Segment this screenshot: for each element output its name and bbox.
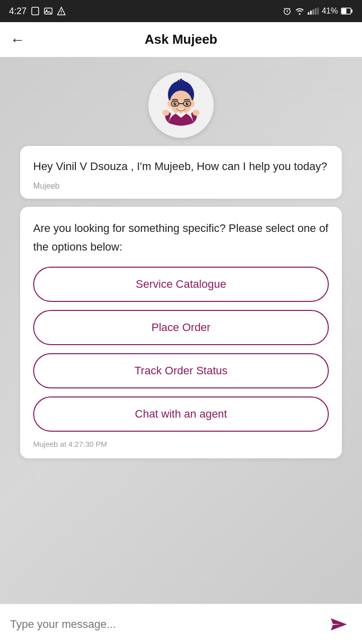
svg-rect-8: [312, 10, 314, 15]
signal-icon: [308, 7, 319, 16]
phone-icon: [31, 7, 40, 16]
svg-rect-0: [32, 8, 39, 15]
alarm-icon: [283, 7, 292, 16]
status-bar: 4:27 41%: [0, 0, 362, 22]
status-time: 4:27: [9, 6, 27, 17]
svg-point-25: [162, 110, 169, 116]
page-title: Ask Mujeeb: [33, 32, 329, 47]
bot-avatar: [148, 72, 214, 138]
battery-icon: [341, 8, 353, 15]
options-prompt: Are you looking for something specific? …: [33, 219, 329, 257]
svg-marker-27: [331, 618, 347, 630]
greeting-bubble: Hey Vinil V Dsouza , I'm Mujeeb, How can…: [20, 146, 342, 199]
message-input[interactable]: [10, 618, 326, 631]
svg-point-23: [175, 103, 176, 104]
svg-point-22: [186, 102, 189, 105]
send-button[interactable]: [326, 611, 352, 637]
alert-icon: [57, 7, 66, 16]
svg-rect-10: [317, 8, 319, 15]
bot-avatar-illustration: [153, 77, 209, 133]
back-button[interactable]: ←: [10, 31, 25, 48]
svg-point-26: [193, 110, 200, 116]
wifi-icon: [295, 7, 305, 16]
svg-rect-7: [310, 11, 312, 15]
svg-point-24: [187, 103, 188, 104]
greeting-sender: Mujeeb: [33, 182, 329, 191]
options-bubble: Are you looking for something specific? …: [20, 207, 342, 458]
battery-percent: 41%: [322, 7, 338, 16]
options-timestamp: Mujeeb at 4:27:30 PM: [33, 440, 329, 448]
svg-rect-9: [315, 9, 316, 15]
chat-agent-button[interactable]: Chat with an agent: [33, 396, 329, 432]
status-right: 41%: [283, 7, 353, 16]
track-order-button[interactable]: Track Order Status: [33, 353, 329, 388]
chat-area: Hey Vinil V Dsouza , I'm Mujeeb, How can…: [0, 57, 362, 604]
app-header: ← Ask Mujeeb: [0, 22, 362, 57]
image-icon: [44, 7, 53, 16]
send-icon: [329, 614, 349, 634]
service-catalogue-button[interactable]: Service Catalogue: [33, 267, 329, 302]
input-area: [0, 604, 362, 644]
status-left: 4:27: [9, 6, 66, 17]
svg-rect-6: [308, 12, 309, 15]
svg-rect-13: [342, 9, 346, 14]
svg-point-21: [173, 102, 176, 105]
svg-rect-12: [351, 10, 352, 13]
place-order-button[interactable]: Place Order: [33, 310, 329, 345]
greeting-message: Hey Vinil V Dsouza , I'm Mujeeb, How can…: [33, 158, 329, 175]
svg-point-4: [61, 14, 62, 15]
